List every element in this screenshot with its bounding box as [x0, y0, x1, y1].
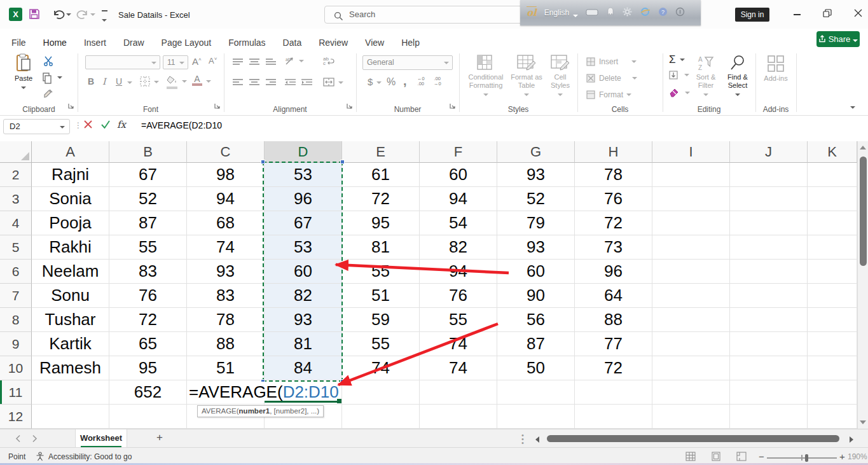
insert-cells-button[interactable]: Insert: [586, 55, 637, 69]
cell-F7[interactable]: 76: [420, 284, 497, 308]
cell-C3[interactable]: 94: [187, 187, 265, 211]
scroll-down-icon[interactable]: [860, 420, 866, 424]
cell-F10[interactable]: 74: [420, 356, 497, 380]
undo-icon[interactable]: [52, 8, 66, 22]
scroll-up-icon[interactable]: [860, 146, 866, 149]
vertical-scroll-thumb[interactable]: [860, 156, 867, 266]
restore-button[interactable]: [818, 8, 837, 19]
fill-color-button[interactable]: [167, 75, 178, 89]
currency-format-button[interactable]: $: [368, 76, 373, 87]
tab-insert[interactable]: Insert: [84, 36, 106, 51]
align-bottom-icon[interactable]: [266, 57, 276, 69]
cell-A6[interactable]: Neelam: [32, 260, 109, 284]
tab-scroll-split-handle[interactable]: •••: [521, 433, 524, 445]
horizontal-scroll-thumb[interactable]: [547, 435, 839, 442]
cell-I5[interactable]: [652, 235, 730, 260]
format-cells-button[interactable]: Format: [586, 88, 631, 102]
cell-C10[interactable]: 51: [187, 356, 265, 380]
clipboard-dialog-launcher-icon[interactable]: [68, 101, 74, 112]
row-header-10[interactable]: 10: [0, 356, 32, 380]
cell-I7[interactable]: [652, 284, 730, 308]
row-header-2[interactable]: 2: [0, 163, 32, 187]
cell-H8[interactable]: 88: [575, 308, 652, 332]
font-color-button[interactable]: A: [192, 75, 202, 86]
cell-G10[interactable]: 50: [497, 356, 575, 380]
cell-C9[interactable]: 88: [187, 332, 265, 356]
cell-A8[interactable]: Tushar: [32, 308, 109, 332]
enter-formula-icon[interactable]: [100, 120, 111, 132]
name-box[interactable]: D2: [3, 119, 70, 134]
bengali-script-icon[interactable]: ol: [527, 7, 537, 18]
sort-filter-button[interactable]: AZ Sort & Filter: [691, 55, 721, 98]
cell-styles-button[interactable]: Cell Styles: [546, 55, 575, 98]
align-right-icon[interactable]: [266, 78, 276, 89]
cell-G7[interactable]: 90: [497, 284, 575, 308]
underline-dropdown-icon[interactable]: [127, 81, 132, 84]
increase-font-icon[interactable]: A˄: [192, 56, 202, 67]
cell-J9[interactable]: [730, 332, 808, 356]
tab-data[interactable]: Data: [283, 36, 302, 51]
align-center-icon[interactable]: [249, 78, 259, 89]
scroll-right-icon[interactable]: [850, 436, 853, 443]
orientation-button[interactable]: ab: [285, 56, 295, 68]
sign-in-button[interactable]: Sign in: [735, 8, 769, 22]
cell-I9[interactable]: [652, 332, 730, 356]
cell-B10[interactable]: 95: [109, 356, 187, 380]
tab-file[interactable]: File: [11, 36, 26, 51]
cell-G5[interactable]: 93: [497, 235, 575, 260]
row-header-6[interactable]: 6: [0, 260, 32, 284]
cell-C2[interactable]: 98: [187, 163, 265, 187]
tab-review[interactable]: Review: [319, 36, 348, 51]
cell-J7[interactable]: [730, 284, 808, 308]
new-sheet-button[interactable]: +: [156, 431, 163, 444]
column-header-C[interactable]: C: [187, 141, 265, 163]
language-label[interactable]: English: [544, 8, 569, 17]
cell-G12[interactable]: [497, 405, 575, 429]
copy-dropdown-icon[interactable]: [57, 76, 62, 79]
formula-input[interactable]: =AVERAGE(D2:D10: [141, 120, 222, 130]
cell-I12[interactable]: [652, 405, 730, 429]
decrease-decimal-button[interactable]: .00→0: [434, 76, 441, 87]
undo-dropdown-icon[interactable]: [66, 13, 71, 16]
row-header-8[interactable]: 8: [0, 308, 32, 332]
cell-A5[interactable]: Rakhi: [32, 235, 109, 260]
redo-dropdown-icon[interactable]: [90, 13, 95, 16]
cell-D7[interactable]: 82: [265, 284, 342, 308]
increase-decimal-button[interactable]: ←0.00: [417, 76, 425, 87]
cell-G11[interactable]: [497, 380, 575, 405]
cell-D4[interactable]: 67: [265, 211, 342, 235]
accessibility-status[interactable]: Accessibility: Good to go: [48, 452, 132, 461]
cell-J11[interactable]: [730, 380, 808, 405]
prev-sheet-icon[interactable]: [15, 434, 21, 445]
column-header-D[interactable]: D: [265, 141, 342, 163]
ime-tool-icon[interactable]: [606, 7, 615, 19]
cell-E9[interactable]: 55: [342, 332, 420, 356]
cell-F2[interactable]: 60: [420, 163, 497, 187]
select-all-corner[interactable]: [0, 141, 32, 163]
internet-explorer-icon[interactable]: [640, 7, 651, 19]
cell-G6[interactable]: 60: [497, 260, 575, 284]
cell-D8[interactable]: 93: [265, 308, 342, 332]
bold-button[interactable]: B: [88, 76, 94, 87]
cell-A12[interactable]: [32, 405, 109, 429]
collapse-ribbon-icon[interactable]: [850, 106, 855, 109]
zoom-slider-thumb[interactable]: [805, 454, 808, 462]
sheet-tab-worksheet[interactable]: Worksheet: [75, 429, 127, 448]
cell-K8[interactable]: [808, 308, 857, 332]
close-button[interactable]: [848, 8, 867, 19]
cell-E11[interactable]: [342, 380, 420, 405]
namebox-resize-handle[interactable]: ⋮: [74, 121, 82, 130]
edit-cell-handle[interactable]: [337, 399, 341, 403]
column-header-J[interactable]: J: [730, 141, 808, 163]
minimize-button[interactable]: [787, 9, 806, 20]
settings-gear-icon[interactable]: [623, 7, 632, 19]
cell-J10[interactable]: [730, 356, 808, 380]
quick-access-customize-icon[interactable]: [102, 10, 107, 24]
find-select-button[interactable]: Find & Select: [721, 55, 754, 98]
cell-H10[interactable]: 72: [575, 356, 652, 380]
language-bar[interactable]: ol English ?: [520, 0, 701, 25]
cell-A2[interactable]: Rajni: [32, 163, 109, 187]
in-cell-formula[interactable]: =AVERAGE(D2:D10: [189, 382, 341, 403]
cell-E10[interactable]: 74: [342, 356, 420, 380]
decrease-font-icon[interactable]: A˅: [209, 56, 217, 66]
